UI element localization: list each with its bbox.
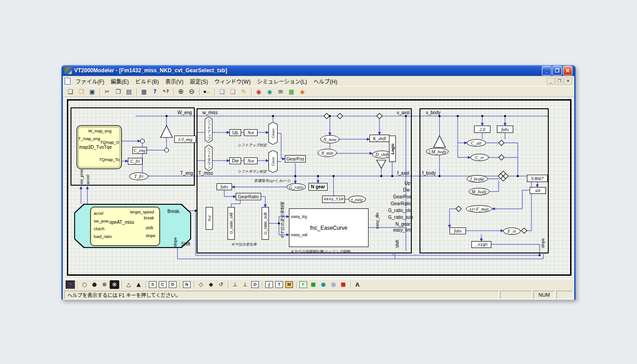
up-box[interactable]: Up bbox=[229, 129, 241, 136]
palette-separator[interactable] bbox=[144, 280, 147, 289]
menu-simulation[interactable]: シミュレーション(L) bbox=[254, 76, 310, 86]
toolbar-separator[interactable] bbox=[172, 87, 175, 96]
gearpos-box[interactable]: GearPos bbox=[285, 155, 306, 162]
mdi-minimize-button[interactable]: _ bbox=[547, 78, 555, 85]
build-run-button[interactable]: ◉ bbox=[253, 87, 264, 96]
open-button[interactable]: ❒ bbox=[76, 87, 86, 96]
c-rr-oval[interactable]: C_rr bbox=[470, 154, 489, 161]
gravity-box[interactable]: 9.8067 bbox=[527, 175, 548, 182]
easy-tim-box[interactable]: easy_tim bbox=[322, 196, 345, 203]
logic-box[interactable]: Logic bbox=[389, 136, 396, 162]
m-body-oval[interactable]: M_body bbox=[469, 188, 490, 195]
draw-tool-button[interactable]: ✎ bbox=[238, 87, 249, 96]
sign-box[interactable]: _sign bbox=[471, 241, 491, 248]
sum-filled-tool[interactable]: ⊗ bbox=[110, 280, 119, 289]
n-min-oval[interactable]: N_min bbox=[318, 149, 337, 157]
palette-separator[interactable] bbox=[120, 280, 123, 289]
menu-file[interactable]: ファイル(F) bbox=[72, 76, 107, 86]
menu-help[interactable]: ヘルプ(H) bbox=[310, 76, 341, 86]
red-square-tool[interactable]: ■ bbox=[339, 280, 348, 289]
not-vbox[interactable]: Not bbox=[206, 207, 213, 230]
toolbar-separator[interactable] bbox=[98, 87, 101, 96]
palette-separator[interactable] bbox=[192, 280, 196, 289]
mdi-restore-button[interactable]: ❐ bbox=[556, 78, 563, 85]
toolbar-separator[interactable] bbox=[212, 87, 216, 96]
fabs-air-box[interactable]: fabs bbox=[497, 126, 513, 133]
gmax-hex[interactable]: Gmax bbox=[268, 122, 278, 145]
copy-button[interactable]: ❐ bbox=[113, 87, 123, 96]
model-list-button[interactable]: ❑ bbox=[217, 87, 227, 96]
zoom-in-button[interactable]: ⊕ bbox=[176, 87, 186, 96]
F-block-tool[interactable]: F bbox=[299, 281, 307, 288]
f-block-tool[interactable]: f bbox=[265, 281, 273, 288]
view-detail-button[interactable]: ▪… bbox=[202, 87, 212, 96]
pendulum-tool[interactable]: ⊥ bbox=[230, 280, 240, 289]
paste-button[interactable]: ▤ bbox=[124, 87, 134, 96]
diagram-canvas[interactable]: C_eng C_fri 1/J_eng T_fri シフトアップ シフトダウン … bbox=[63, 97, 574, 279]
gmin-hex[interactable]: Gmin bbox=[268, 150, 278, 173]
minimize-button[interactable]: _ bbox=[542, 66, 551, 76]
pendulum2-tool[interactable]: ⟂ bbox=[240, 280, 250, 289]
menu-window[interactable]: ウィンドウ(W) bbox=[211, 76, 253, 86]
f-rr-oval[interactable]: F_rr bbox=[503, 228, 521, 235]
save-button[interactable]: ▣ bbox=[87, 87, 97, 96]
g-ratio-oval[interactable]: G_ratio bbox=[287, 183, 306, 191]
gearratio-box[interactable]: GearRatio bbox=[236, 193, 261, 200]
shiftup-cond-block[interactable]: シフトアップ bbox=[205, 116, 212, 143]
palette-separator[interactable] bbox=[76, 280, 79, 289]
dw-box[interactable]: Dw bbox=[229, 157, 241, 164]
help-button[interactable]: ? bbox=[150, 87, 160, 96]
c-fri-box[interactable]: C_fri bbox=[128, 158, 142, 165]
t-easy-oval[interactable]: t_easy bbox=[349, 196, 366, 203]
palette-separator[interactable] bbox=[178, 280, 182, 289]
node-tool[interactable]: ○ bbox=[80, 280, 89, 289]
g-ratio-sub-vbox[interactable]: G_ratio_sub bbox=[262, 207, 269, 240]
not-dw-box[interactable]: Not bbox=[244, 157, 258, 164]
n-block-tool[interactable]: N bbox=[183, 281, 191, 288]
maximize-button[interactable]: ❐ bbox=[552, 66, 562, 76]
diamond-filled-tool[interactable]: ◆ bbox=[206, 280, 216, 289]
palette-separator[interactable] bbox=[260, 280, 264, 289]
property-window-button[interactable]: ❑ bbox=[228, 87, 238, 96]
t-fri-oval[interactable]: T_fri bbox=[129, 172, 148, 180]
c-block-tool[interactable]: C bbox=[159, 281, 167, 288]
blue-ring-tool[interactable]: ◎ bbox=[329, 280, 338, 289]
d2-block-tool[interactable]: D bbox=[251, 281, 259, 288]
text-tool[interactable]: A bbox=[353, 280, 362, 289]
titlebar[interactable]: VT2000Modeler - [Fm1432_miss_NKD_cvt_Gea… bbox=[63, 65, 574, 76]
c-eng-box[interactable]: C_eng bbox=[132, 147, 147, 154]
f-brake-oval[interactable]: f_brake bbox=[467, 175, 488, 182]
toolbar-separator[interactable] bbox=[197, 87, 201, 96]
context-help-button[interactable]: ↖? bbox=[161, 87, 171, 96]
menu-build[interactable]: ビルド(B) bbox=[132, 76, 162, 86]
node-filled-tool[interactable]: ● bbox=[90, 280, 99, 289]
menu-edit[interactable]: 編集(E) bbox=[107, 76, 132, 86]
sum-tool[interactable]: ⊗ bbox=[100, 280, 109, 289]
k-shift-box[interactable]: K_shift bbox=[369, 135, 389, 142]
send-button[interactable]: ✉ bbox=[275, 87, 286, 96]
m-block-tool[interactable]: M bbox=[285, 281, 293, 288]
green-square-tool[interactable]: ■ bbox=[308, 280, 318, 289]
c-air-oval[interactable]: C_air bbox=[467, 139, 486, 147]
toolbar-separator[interactable] bbox=[135, 87, 138, 96]
n-gear-box[interactable]: N gear bbox=[308, 183, 328, 191]
erase-button[interactable]: ◆ bbox=[297, 87, 308, 96]
close-button[interactable]: ✕ bbox=[563, 66, 572, 76]
const2-box[interactable]: 2.0 bbox=[474, 126, 490, 133]
image-button[interactable]: ▦ bbox=[286, 87, 297, 96]
target-button[interactable]: ◉ bbox=[264, 87, 275, 96]
gain-filled-tool[interactable]: ▲ bbox=[134, 280, 143, 289]
s-block-tool[interactable]: S bbox=[149, 281, 157, 288]
j-inv-box[interactable]: 1/J_eng bbox=[174, 136, 196, 143]
n-now-oval[interactable]: N_now bbox=[320, 135, 339, 143]
teal-circle-tool[interactable]: ● bbox=[318, 280, 328, 289]
fabs-box[interactable]: fabs bbox=[217, 183, 232, 190]
gain-tool[interactable]: △ bbox=[124, 280, 133, 289]
print-button[interactable]: ▦ bbox=[139, 87, 149, 96]
t-block-tool[interactable]: T bbox=[275, 281, 283, 288]
d-block-tool[interactable]: D bbox=[169, 281, 177, 288]
menu-settings[interactable]: 設定(S) bbox=[187, 76, 211, 86]
diamond-tool[interactable]: ◇ bbox=[196, 280, 206, 289]
zoom-out-button[interactable]: ⊖ bbox=[187, 87, 197, 96]
new-button[interactable]: ❏ bbox=[65, 87, 76, 96]
